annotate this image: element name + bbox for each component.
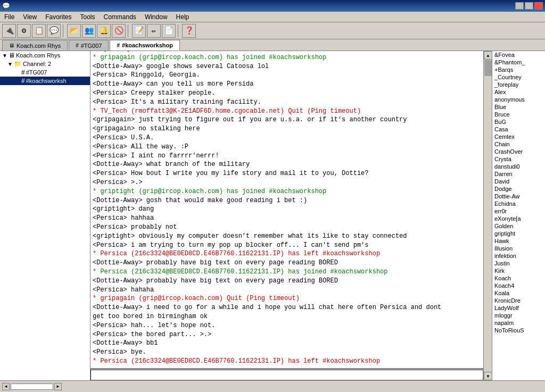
menu-file[interactable]: File <box>0 12 19 22</box>
user-list-item[interactable]: griptight <box>492 230 545 237</box>
user-list-item[interactable]: Dodge <box>492 185 545 193</box>
toolbar-address[interactable]: 📋 <box>32 24 46 38</box>
toolbar-help[interactable]: ❓ <box>182 24 196 38</box>
toolbar-friends[interactable]: 👥 <box>82 24 96 38</box>
tree-tg007-icon: # <box>21 69 25 76</box>
tab-koachsworkshop[interactable]: # #koachsworkshop <box>110 40 180 51</box>
toolbar-ignore[interactable]: 🚫 <box>112 24 126 38</box>
message-line: * griptight (grip@ircop.koach.com) has j… <box>93 187 481 196</box>
app-icon: 💬 <box>2 2 10 10</box>
message-line: <Dottie-Away> probably have big text on … <box>93 277 481 286</box>
menu-tools[interactable]: Tools <box>76 12 100 22</box>
user-list-item[interactable]: Casa <box>492 126 545 133</box>
user-list-item[interactable]: err0r <box>492 207 545 215</box>
toolbar: 🔌 ⚙ 📋 💬 📂 👥 🔔 🚫 📝 ✏ 📄 ❓ <box>0 22 545 39</box>
user-list-item[interactable]: &Phantom_ <box>492 59 545 66</box>
scroll-down-button[interactable]: ▼ <box>484 372 492 380</box>
message-line: get too bored in birmingham ok <box>93 312 481 321</box>
user-list-item[interactable]: Koach <box>492 274 545 282</box>
user-list-item[interactable]: _Courtney <box>492 73 545 81</box>
minimize-button[interactable] <box>515 2 524 10</box>
message-line: <gripagain> just trying to figure out if… <box>93 115 481 124</box>
chat-messages[interactable]: <Rhys> hey* gripagain (grip@ircop.koach.… <box>90 51 483 369</box>
close-button[interactable] <box>534 2 543 10</box>
user-list-item[interactable]: Darren <box>492 170 545 178</box>
title-bar-left: 💬 <box>2 2 12 10</box>
user-list-item[interactable]: _foreplay <box>492 81 545 88</box>
user-list-item[interactable]: mloggr <box>492 312 545 319</box>
menu-bar: File View Favorites Tools Commands Windo… <box>0 12 545 22</box>
user-list-item[interactable]: LadyWolf <box>492 304 545 312</box>
toolbar-sep2 <box>128 24 130 37</box>
message-line: * gripagain (grip@ircop.koach.com) Quit … <box>93 294 481 303</box>
user-list-item[interactable]: eXonyte[a <box>492 215 545 222</box>
user-list-item[interactable]: anonymous <box>492 96 545 103</box>
user-list-item[interactable]: &Fovea <box>492 51 545 59</box>
user-list-item[interactable]: napalm <box>492 319 545 327</box>
chat-input[interactable] <box>90 370 483 380</box>
scroll-thumb[interactable] <box>484 60 492 76</box>
tree-server-label: Koach.com Rhys <box>16 52 60 59</box>
toolbar-notify[interactable]: 🔔 <box>97 24 111 38</box>
user-list-item[interactable]: Blue <box>492 103 545 111</box>
tree-tg007[interactable]: # #TG007 <box>0 68 90 77</box>
menu-window[interactable]: Window <box>141 12 172 22</box>
message-line: <Persica> Ringgold, Georgia. <box>93 71 481 80</box>
restore-button[interactable] <box>525 2 533 10</box>
user-list-item[interactable]: Koala <box>492 289 545 297</box>
tree-server[interactable]: ▼ 🖥 Koach.com Rhys <box>0 51 90 60</box>
message-line: <Persica> >.> <box>93 178 481 187</box>
user-list-item[interactable]: infektion <box>492 252 545 260</box>
toolbar-connect[interactable]: 🔌 <box>2 24 16 38</box>
user-list-item[interactable]: Hawk <box>492 237 545 245</box>
menu-view[interactable]: View <box>19 12 41 22</box>
scroll-up-button[interactable]: ▲ <box>484 51 492 60</box>
toolbar-script[interactable]: 📝 <box>132 24 146 38</box>
user-list-item[interactable]: Alex <box>492 88 545 96</box>
user-list-item[interactable]: Chain <box>492 140 545 148</box>
user-list-item[interactable]: Golden <box>492 222 545 230</box>
tab-koachcom-label: Koach.com Rhys <box>16 43 61 49</box>
user-list-item[interactable]: Bruce <box>492 111 545 118</box>
message-line: <Persica> bye. <box>93 348 481 357</box>
menu-help[interactable]: Help <box>172 12 194 22</box>
user-list-item[interactable]: Illusion <box>492 245 545 252</box>
user-list-item[interactable]: NoToRiouS <box>492 327 545 334</box>
tree-koachsworkshop[interactable]: # #koachsworksh <box>0 77 90 85</box>
message-line: <Persica> probably not <box>93 223 481 232</box>
tree-channels[interactable]: ▼ 📁 Channel: 2 <box>0 60 90 68</box>
user-list-item[interactable]: Kirk <box>492 267 545 274</box>
status-bar: ◄ ► <box>0 380 545 392</box>
tab-koachcom[interactable]: 🖥 Koach.com Rhys <box>2 40 68 51</box>
toolbar-editor[interactable]: ✏ <box>147 24 161 38</box>
menu-favorites[interactable]: Favorites <box>41 12 76 22</box>
user-list-item[interactable]: +Barqs <box>492 66 545 73</box>
user-list-item[interactable]: Echidna <box>492 200 545 207</box>
message-line: <Persica> the bored part... >.> <box>93 330 481 339</box>
user-list-item[interactable]: Cemtex <box>492 133 545 140</box>
user-list-item[interactable]: Dottie-Aw <box>492 193 545 200</box>
user-list-item[interactable]: KronicDre <box>492 297 545 304</box>
user-list-item[interactable]: CrashOver <box>492 148 545 155</box>
tab-tg007[interactable]: # #TG007 <box>69 40 109 51</box>
user-list-item[interactable]: danstudi0 <box>492 163 545 170</box>
menu-commands[interactable]: Commands <box>100 12 141 22</box>
status-scroll: ◄ ► <box>2 383 62 390</box>
user-list-item[interactable]: BuG <box>492 118 545 126</box>
toolbar-channels[interactable]: 📂 <box>67 24 81 38</box>
user-list-item[interactable]: Justin <box>492 260 545 267</box>
toolbar-log[interactable]: 📄 <box>162 24 176 38</box>
chat-scrollbar[interactable]: ▲ ▼ <box>483 51 492 380</box>
message-line: <Persica> I aint no farrrr'nerrr! <box>93 152 481 161</box>
user-list-item[interactable]: Crysta <box>492 155 545 163</box>
user-list-item[interactable]: Koach4 <box>492 282 545 289</box>
status-scroll-left[interactable]: ◄ <box>2 383 10 390</box>
toolbar-options[interactable]: ⚙ <box>17 24 31 38</box>
message-line: * Persica (216c3324@BE0ED8CD.E46B7760.11… <box>93 357 481 366</box>
tree-channels-icon: 📁 <box>14 60 22 68</box>
status-scroll-right[interactable]: ► <box>54 383 62 390</box>
tree-tg007-label: #TG007 <box>26 69 47 76</box>
user-list-item[interactable]: David <box>492 178 545 185</box>
scroll-track[interactable] <box>484 60 492 372</box>
toolbar-chat[interactable]: 💬 <box>47 24 61 38</box>
